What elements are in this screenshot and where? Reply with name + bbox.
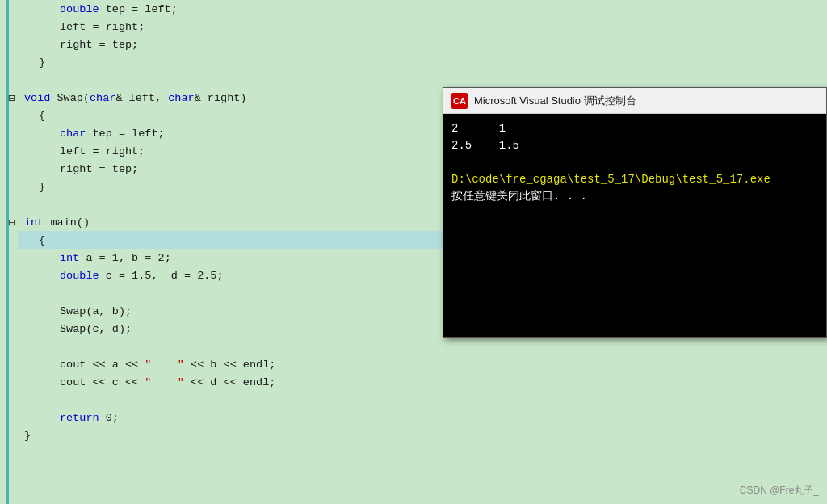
code-area: double tep = left; left = right; right =… <box>18 0 446 504</box>
console-body: 2 1 2.5 1.5 D:\code\fre_cgaga\test_5_17\… <box>443 114 826 337</box>
fold-minus-icon[interactable]: ⊟ <box>8 216 15 229</box>
code-line <box>18 71 446 89</box>
code-line: { <box>18 107 446 124</box>
code-line: Swap(a, b); <box>18 302 446 320</box>
console-window[interactable]: CA Microsoft Visual Studio 调试控制台 2 1 2.5… <box>443 87 827 338</box>
csdn-watermark: CSDN @Fre丸子_ <box>740 484 819 498</box>
code-line <box>18 391 446 409</box>
code-line: } <box>18 178 446 195</box>
console-output-line <box>451 154 818 171</box>
code-line: cout << c << " " << d << endl; <box>18 373 446 391</box>
code-line: { <box>18 231 446 249</box>
code-line: char tep = left; <box>18 124 446 142</box>
code-line <box>18 195 446 213</box>
console-title: Microsoft Visual Studio 调试控制台 <box>474 94 636 108</box>
code-line <box>18 338 446 355</box>
code-line: return 0; <box>18 409 446 426</box>
console-output-line: D:\code\fre_cgaga\test_5_17\Debug\test_5… <box>451 171 818 188</box>
code-line: right = tep; <box>18 160 446 178</box>
code-line <box>18 284 446 302</box>
console-output-line: 按任意键关闭此窗口. . . <box>451 188 818 205</box>
console-output-line: 2 1 <box>451 120 818 137</box>
console-output-line: 2.5 1.5 <box>451 137 818 154</box>
code-line: left = right; <box>18 142 446 160</box>
gutter-border <box>6 0 9 504</box>
code-line: double tep = left; <box>18 0 446 18</box>
code-line: ⊟ int main() <box>18 213 446 231</box>
code-line: ⊟ void Swap( char & left, char & right) <box>18 89 446 107</box>
console-icon: CA <box>451 93 468 109</box>
code-line: right = tep; <box>18 36 446 53</box>
fold-minus-icon[interactable]: ⊟ <box>8 91 15 105</box>
code-line: left = right; <box>18 18 446 36</box>
code-line: } <box>18 426 446 444</box>
code-line: Swap(c, d); <box>18 320 446 338</box>
console-titlebar: CA Microsoft Visual Studio 调试控制台 <box>443 88 826 114</box>
code-line: cout << a << " " << b << endl; <box>18 355 446 373</box>
code-line: double c = 1.5, d = 2.5; <box>18 267 446 284</box>
code-line: } <box>18 53 446 71</box>
code-line: int a = 1, b = 2; <box>18 249 446 267</box>
code-editor: double tep = left; left = right; right =… <box>0 0 827 504</box>
